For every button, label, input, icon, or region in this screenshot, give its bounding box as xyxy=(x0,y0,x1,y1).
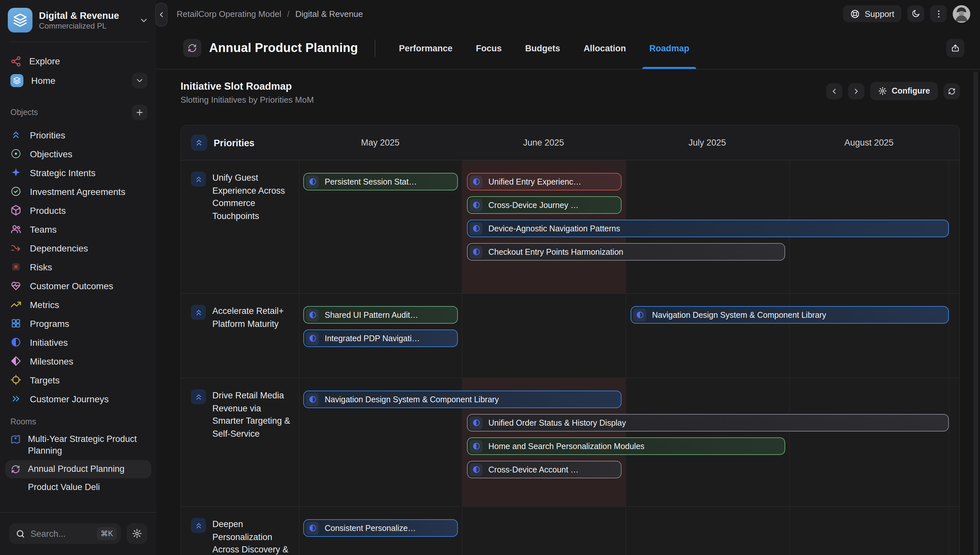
search-icon xyxy=(16,529,25,539)
topbar-actions: Support xyxy=(843,5,970,22)
column-gridline xyxy=(299,160,299,555)
priority-row: Drive Retail Media Revenue via Smarter T… xyxy=(181,378,959,507)
topbar: RetailCorp Operating Model/Digital & Rev… xyxy=(157,0,980,27)
sidebar-item-investment-agreements[interactable]: Investment Agreements xyxy=(5,182,151,201)
sidebar-search-row: Search... ⌘K xyxy=(9,523,147,544)
map-icon xyxy=(10,434,21,444)
initiative-bar[interactable]: Cross-Device Account … xyxy=(467,461,622,478)
sidebar-item-products[interactable]: Products xyxy=(5,201,151,220)
initiative-bar-label: Persistent Session Stat… xyxy=(325,177,417,186)
vertical-scrollbar[interactable] xyxy=(974,72,978,555)
tab-budgets[interactable]: Budgets xyxy=(525,27,560,69)
breadcrumb-item[interactable]: Digital & Revenue xyxy=(296,9,363,19)
tab-roadmap[interactable]: Roadmap xyxy=(649,27,689,69)
sidebar-item-priorities[interactable]: Priorities xyxy=(5,125,151,144)
roadmap-subtitle: Slotting Initiatives by Priorities MoM xyxy=(181,95,314,104)
rooms-list: Multi-Year Strategic Product PlanningAnn… xyxy=(0,426,157,492)
user-avatar[interactable] xyxy=(953,5,970,22)
sidebar-item-milestones[interactable]: Milestones xyxy=(5,351,151,371)
sidebar-item-initiatives[interactable]: Initiatives xyxy=(5,333,151,351)
initiative-bar-label: Unified Entry Experienc… xyxy=(488,177,581,186)
sidebar-item-metrics[interactable]: Metrics xyxy=(5,295,151,314)
theme-toggle-button[interactable] xyxy=(907,5,924,22)
object-item-label: Programs xyxy=(30,318,69,329)
tab-performance[interactable]: Performance xyxy=(399,27,452,69)
sidebar-item-home[interactable]: Home xyxy=(5,71,151,90)
initiative-bar[interactable]: Home and Search Personalization Modules xyxy=(467,437,785,455)
priority-cell[interactable]: Accelerate Retail+ Platform Maturity xyxy=(181,294,299,378)
workspace-logo-layers-icon xyxy=(8,8,32,32)
initiative-bar[interactable]: Checkout Entry Points Harmonization xyxy=(467,243,785,261)
initiative-bar[interactable]: Consistent Personalize… xyxy=(303,519,458,537)
chevron-down-icon[interactable] xyxy=(132,73,147,88)
search-shortcut-badge: ⌘K xyxy=(97,527,117,540)
initiative-half-circle-icon xyxy=(306,308,319,321)
initiative-bar[interactable]: Unified Order Status & History Display xyxy=(467,414,949,431)
initiative-bar[interactable]: Shared UI Pattern Audit… xyxy=(303,306,458,324)
room-item-product-value-deli[interactable]: Product Value Deli xyxy=(5,478,151,492)
breadcrumb-item[interactable]: RetailCorp Operating Model xyxy=(177,9,281,19)
initiative-bar[interactable]: Cross-Device Journey … xyxy=(467,196,622,214)
refresh-button[interactable] xyxy=(944,83,960,99)
sidebar-item-explore[interactable]: Explore xyxy=(5,51,151,71)
share-export-button[interactable] xyxy=(946,39,964,57)
search-input[interactable]: Search... ⌘K xyxy=(9,523,121,544)
object-item-label: Dependencies xyxy=(30,243,88,253)
initiative-bar-label: Consistent Personalize… xyxy=(325,523,416,533)
settings-gear-button[interactable] xyxy=(126,523,147,544)
sidebar: Digital & Revenue Commercialized PL Expl… xyxy=(0,0,157,555)
priority-cell[interactable]: Deepen Personalization Across Discovery … xyxy=(181,507,299,555)
room-item-annual-product-planning[interactable]: Annual Product Planning xyxy=(5,460,151,478)
more-menu-button[interactable] xyxy=(930,5,947,22)
workspace-switcher[interactable]: Digital & Revenue Commercialized PL xyxy=(0,0,157,32)
object-item-label: Customer Journeys xyxy=(30,393,109,404)
roadmap-controls: Configure xyxy=(826,82,960,100)
initiative-bar[interactable]: Device-Agnostic Navigation Patterns xyxy=(467,220,949,237)
roadmap-table-header: PrioritiesMay 2025June 2025July 2025Augu… xyxy=(181,125,959,160)
tab-focus[interactable]: Focus xyxy=(476,27,502,69)
add-object-button[interactable] xyxy=(132,104,147,120)
initiative-bar-label: Cross-Device Account … xyxy=(488,465,579,474)
priority-cell[interactable]: Drive Retail Media Revenue via Smarter T… xyxy=(181,378,299,506)
sidebar-nav: ExploreHome xyxy=(0,42,157,90)
room-item-multi-year-strategic-product-planning[interactable]: Multi-Year Strategic Product Planning xyxy=(5,430,151,460)
prev-period-button[interactable] xyxy=(826,83,843,99)
sidebar-item-risks[interactable]: Risks xyxy=(5,257,151,276)
initiative-bar[interactable]: Navigation Design System & Component Lib… xyxy=(631,306,949,324)
chevron-down-icon[interactable] xyxy=(139,15,149,25)
initiative-bar[interactable]: Persistent Session Stat… xyxy=(303,173,458,191)
configure-label: Configure xyxy=(892,87,930,96)
month-header-2: June 2025 xyxy=(462,125,625,160)
initiative-bar-label: Shared UI Pattern Audit… xyxy=(325,310,418,319)
object-item-label: Strategic Intents xyxy=(30,167,96,178)
initiative-bar[interactable]: Integrated PDP Navigati… xyxy=(303,329,458,347)
configure-button[interactable]: Configure xyxy=(870,82,938,100)
workspace-title: Digital & Revenue xyxy=(39,10,133,21)
sidebar-item-dependencies[interactable]: Dependencies xyxy=(5,239,151,257)
sidebar-item-objectives[interactable]: Objectives xyxy=(5,144,151,163)
next-period-button[interactable] xyxy=(848,83,864,99)
objects-label: Objects xyxy=(10,108,38,117)
sidebar-item-strategic-intents[interactable]: Strategic Intents xyxy=(5,163,151,182)
room-sync-icon xyxy=(183,39,201,57)
crosshair-icon xyxy=(10,374,21,385)
initiative-bar[interactable]: Unified Entry Experienc… xyxy=(467,173,622,191)
tab-allocation[interactable]: Allocation xyxy=(584,27,626,69)
page-tabs: PerformanceFocusBudgetsAllocationRoadmap xyxy=(399,27,689,69)
support-button[interactable]: Support xyxy=(843,5,902,22)
priority-cell[interactable]: Unify Guest Experience Across Commerce T… xyxy=(181,160,299,293)
sidebar-collapse-button[interactable] xyxy=(155,3,168,27)
sidebar-item-customer-outcomes[interactable]: Customer Outcomes xyxy=(5,276,151,295)
object-item-label: Risks xyxy=(30,261,52,272)
priority-label: Accelerate Retail+ Platform Maturity xyxy=(213,305,292,378)
sidebar-item-targets[interactable]: Targets xyxy=(5,371,151,389)
support-label: Support xyxy=(865,9,894,19)
initiative-bar[interactable]: Navigation Design System & Component Lib… xyxy=(303,391,622,408)
room-item-label: Annual Product Planning xyxy=(28,464,125,475)
sidebar-item-customer-journeys[interactable]: Customer Journeys xyxy=(5,389,151,408)
sidebar-item-programs[interactable]: Programs xyxy=(5,314,151,333)
initiative-bar-label: Navigation Design System & Component Lib… xyxy=(652,310,826,319)
roadmap-header: Initiative Slot Roadmap Slotting Initiat… xyxy=(157,69,980,104)
room-item-label: Multi-Year Strategic Product Planning xyxy=(28,433,146,457)
sidebar-item-teams[interactable]: Teams xyxy=(5,220,151,239)
